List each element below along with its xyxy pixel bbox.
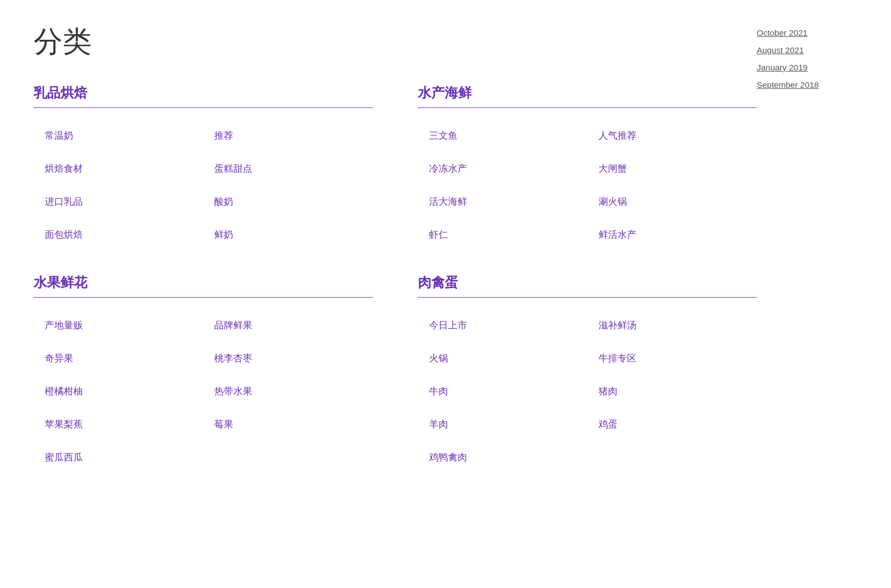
- list-item[interactable]: 活大海鲜: [418, 185, 587, 218]
- main-content: 分类 乳品烘焙常温奶推荐烘焙食材蛋糕甜点进口乳品酸奶面包烘焙鲜奶水产海鲜三文鱼人…: [34, 22, 757, 496]
- list-item[interactable]: 推荐: [203, 119, 373, 152]
- list-item[interactable]: 涮火锅: [587, 185, 757, 218]
- list-item[interactable]: 鸡鸭禽肉: [418, 441, 587, 474]
- category-section-dairy: 乳品烘焙常温奶推荐烘焙食材蛋糕甜点进口乳品酸奶面包烘焙鲜奶: [34, 84, 373, 251]
- list-item[interactable]: 猪肉: [587, 375, 757, 408]
- list-item[interactable]: 火锅: [418, 342, 587, 375]
- category-items-fruits: 产地量贩品牌鲜果奇异果桃李杏枣橙橘柑柚热带水果苹果梨蕉莓果蜜瓜西瓜: [34, 309, 373, 474]
- list-item[interactable]: 酸奶: [203, 185, 373, 218]
- categories-grid: 乳品烘焙常温奶推荐烘焙食材蛋糕甜点进口乳品酸奶面包烘焙鲜奶水产海鲜三文鱼人气推荐…: [34, 84, 757, 496]
- list-item[interactable]: 常温奶: [34, 119, 203, 152]
- list-item[interactable]: 烘焙食材: [34, 152, 203, 185]
- category-header-meat: 肉禽蛋: [418, 274, 757, 298]
- list-item[interactable]: 热带水果: [203, 375, 373, 408]
- list-item[interactable]: 滋补鲜汤: [587, 309, 757, 342]
- category-items-dairy: 常温奶推荐烘焙食材蛋糕甜点进口乳品酸奶面包烘焙鲜奶: [34, 119, 373, 251]
- list-item[interactable]: 人气推荐: [587, 119, 757, 152]
- list-item[interactable]: 牛排专区: [587, 342, 757, 375]
- category-header-dairy: 乳品烘焙: [34, 84, 373, 108]
- list-item[interactable]: 鸡蛋: [587, 408, 757, 441]
- list-item[interactable]: [203, 441, 373, 474]
- list-item[interactable]: 牛肉: [418, 375, 587, 408]
- list-item[interactable]: 进口乳品: [34, 185, 203, 218]
- list-item[interactable]: 品牌鲜果: [203, 309, 373, 342]
- list-item[interactable]: 鲜奶: [203, 218, 373, 251]
- sidebar: October 2021August 2021January 2019Septe…: [757, 22, 857, 496]
- list-item[interactable]: 三文鱼: [418, 119, 587, 152]
- list-item[interactable]: 苹果梨蕉: [34, 408, 203, 441]
- list-item[interactable]: 冷冻水产: [418, 152, 587, 185]
- list-item[interactable]: 面包烘焙: [34, 218, 203, 251]
- list-item[interactable]: 桃李杏枣: [203, 342, 373, 375]
- list-item[interactable]: 虾仁: [418, 218, 587, 251]
- category-header-seafood: 水产海鲜: [418, 84, 757, 108]
- list-item[interactable]: 蛋糕甜点: [203, 152, 373, 185]
- list-item[interactable]: 蜜瓜西瓜: [34, 441, 203, 474]
- category-items-meat: 今日上市滋补鲜汤火锅牛排专区牛肉猪肉羊肉鸡蛋鸡鸭禽肉: [418, 309, 757, 474]
- list-item[interactable]: 产地量贩: [34, 309, 203, 342]
- sidebar-archive-link[interactable]: August 2021: [757, 45, 857, 55]
- list-item[interactable]: [587, 441, 757, 474]
- list-item[interactable]: 羊肉: [418, 408, 587, 441]
- sidebar-archive-link[interactable]: January 2019: [757, 63, 857, 72]
- list-item[interactable]: 大闸蟹: [587, 152, 757, 185]
- list-item[interactable]: 今日上市: [418, 309, 587, 342]
- list-item[interactable]: 鲜活水产: [587, 218, 757, 251]
- list-item[interactable]: 奇异果: [34, 342, 203, 375]
- category-section-seafood: 水产海鲜三文鱼人气推荐冷冻水产大闸蟹活大海鲜涮火锅虾仁鲜活水产: [418, 84, 757, 251]
- category-items-seafood: 三文鱼人气推荐冷冻水产大闸蟹活大海鲜涮火锅虾仁鲜活水产: [418, 119, 757, 251]
- list-item[interactable]: 莓果: [203, 408, 373, 441]
- category-section-meat: 肉禽蛋今日上市滋补鲜汤火锅牛排专区牛肉猪肉羊肉鸡蛋鸡鸭禽肉: [418, 274, 757, 474]
- sidebar-archive-link[interactable]: September 2018: [757, 80, 857, 90]
- sidebar-archive-link[interactable]: October 2021: [757, 28, 857, 37]
- category-section-fruits: 水果鲜花产地量贩品牌鲜果奇异果桃李杏枣橙橘柑柚热带水果苹果梨蕉莓果蜜瓜西瓜: [34, 274, 373, 474]
- list-item[interactable]: 橙橘柑柚: [34, 375, 203, 408]
- page-title: 分类: [34, 22, 757, 62]
- category-header-fruits: 水果鲜花: [34, 274, 373, 298]
